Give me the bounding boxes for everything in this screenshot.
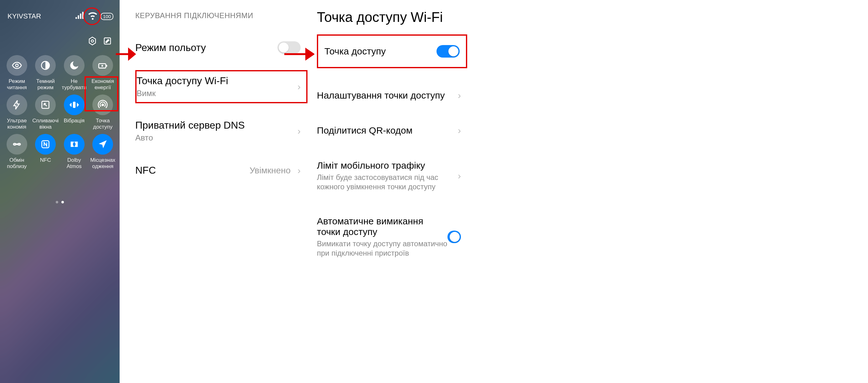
svg-point-1 — [91, 40, 94, 42]
page-dots — [0, 201, 120, 203]
highlight-box-wifi-hotspot: Точка доступу Wi-Fi Вимк › — [135, 70, 308, 103]
settings-icon[interactable] — [88, 36, 97, 46]
dolby-icon — [64, 134, 85, 155]
nfc-icon — [35, 134, 56, 155]
chevron-right-icon: › — [298, 165, 301, 176]
qs-tile[interactable]: Ультрае кономія — [2, 95, 31, 130]
qs-tile[interactable]: Режим читання — [2, 55, 31, 91]
hotspot-settings-title: Налаштування точки доступу — [317, 90, 445, 101]
qs-tile-label: Режим читання — [2, 78, 31, 91]
nearby-icon — [7, 134, 27, 155]
chevron-right-icon: › — [298, 82, 301, 92]
qs-tile-label: Темний режим — [31, 78, 60, 91]
row-hotspot-settings[interactable]: Налаштування точки доступу › — [317, 84, 467, 107]
highlight-box-hotspot-tile — [85, 76, 118, 111]
qs-tile[interactable]: Вібрація — [60, 95, 89, 130]
bolt-icon — [7, 95, 27, 115]
hotspot-toggle-title: Точка доступу — [324, 46, 386, 57]
qs-tile[interactable]: Темний режим — [31, 55, 60, 91]
row-dns[interactable]: Приватний сервер DNS Авто › — [135, 114, 309, 148]
connection-settings-panel: КЕРУВАННЯ ПІДКЛЮЧЕННЯМИ Режим польоту То… — [120, 0, 309, 383]
hotspot-toggle[interactable] — [436, 45, 460, 58]
auto-off-sub: Вимикати точку доступу автоматично при п… — [317, 239, 447, 258]
airplane-title: Режим польоту — [135, 42, 206, 54]
location-icon — [92, 134, 113, 155]
qs-tile[interactable]: Спливаючі вікна — [31, 95, 60, 130]
moon-icon — [64, 55, 85, 76]
vibrate-icon — [64, 95, 85, 115]
popup-icon — [35, 95, 56, 115]
wifi-hotspot-sub: Вимк — [136, 89, 228, 98]
auto-off-title: Автоматичне вимикання точки доступу — [317, 216, 447, 237]
svg-marker-0 — [89, 37, 95, 45]
row-airplane[interactable]: Режим польоту — [135, 36, 309, 59]
qr-share-title: Поділитися QR-кодом — [317, 125, 412, 136]
svg-rect-7 — [73, 102, 76, 108]
eye-icon — [7, 55, 27, 76]
quick-settings-panel: KYIVSTAR 100 Режим читанняТемний режимНе… — [0, 0, 120, 383]
auto-off-toggle[interactable] — [447, 231, 461, 243]
qs-tile-label: Вібрація — [64, 118, 85, 130]
chevron-right-icon: › — [458, 90, 461, 101]
row-wifi-hotspot[interactable]: Точка доступу Wi-Fi Вимк › — [136, 75, 301, 98]
hotspot-settings-panel: Точка доступу Wi-Fi Точка доступу Налашт… — [309, 0, 467, 383]
row-nfc[interactable]: NFC Увімкнено › — [135, 159, 309, 182]
qs-tile-label: Dolby Atmos — [60, 157, 89, 169]
qs-tile-label: Не турбувати — [60, 78, 89, 91]
qs-tile-label: NFC — [40, 157, 51, 169]
carrier-label: KYIVSTAR — [7, 12, 41, 20]
chevron-right-icon: › — [458, 170, 461, 181]
edit-icon[interactable] — [103, 36, 112, 46]
svg-point-3 — [16, 64, 19, 67]
qs-tile[interactable]: Не турбувати — [60, 55, 89, 91]
qs-tile[interactable]: NFC — [31, 134, 60, 169]
highlight-box-hotspot-toggle: Точка доступу — [317, 34, 467, 68]
qs-tile-label: Обмін поблизу — [2, 157, 31, 169]
qs-tile[interactable]: Dolby Atmos — [60, 134, 89, 169]
qs-tile-label: Точка доступу — [89, 118, 117, 130]
highlight-circle-signal — [83, 7, 101, 25]
contrast-icon — [35, 55, 56, 76]
page-title: Точка доступу Wi-Fi — [317, 9, 467, 25]
nfc-title: NFC — [135, 165, 156, 176]
dns-sub: Авто — [135, 133, 245, 143]
wifi-hotspot-title: Точка доступу Wi-Fi — [136, 75, 228, 87]
battery-plus-icon — [92, 55, 113, 76]
arrow-right-1 — [115, 47, 136, 61]
qs-tile[interactable]: Місцезнах одження — [89, 134, 117, 169]
nfc-value: Увімкнено — [250, 165, 290, 175]
battery-icon: 100 — [100, 13, 113, 20]
status-bar: KYIVSTAR 100 — [0, 0, 120, 23]
arrow-right-2 — [284, 47, 314, 61]
row-data-limit[interactable]: Ліміт мобільного трафіку Ліміт буде заст… — [317, 154, 467, 198]
chevron-right-icon: › — [298, 126, 301, 136]
row-auto-off[interactable]: Автоматичне вимикання точки доступу Вими… — [317, 210, 467, 264]
data-limit-title: Ліміт мобільного трафіку — [317, 160, 448, 171]
qs-tile-label: Місцезнах одження — [89, 157, 117, 169]
chevron-right-icon: › — [458, 125, 461, 136]
data-limit-sub: Ліміт буде застосовуватися під час кожно… — [317, 173, 448, 191]
dns-title: Приватний сервер DNS — [135, 120, 245, 131]
qs-tile-label: Спливаючі вікна — [31, 118, 60, 130]
qs-tile-label: Ультрае кономія — [2, 118, 31, 130]
section-header: КЕРУВАННЯ ПІДКЛЮЧЕННЯМИ — [135, 11, 309, 20]
qs-tile[interactable]: Обмін поблизу — [2, 134, 31, 169]
row-qr-share[interactable]: Поділитися QR-кодом › — [317, 119, 467, 142]
